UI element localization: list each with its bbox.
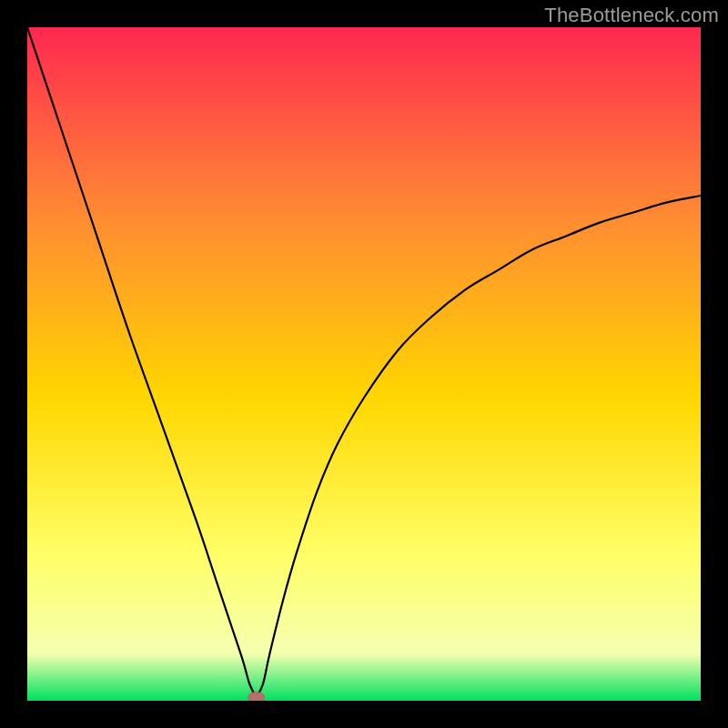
gradient-background (27, 27, 701, 701)
watermark-label: TheBottleneck.com (544, 4, 719, 27)
optimal-marker (248, 692, 265, 701)
chart-frame: TheBottleneck.com (0, 0, 728, 728)
bottleneck-plot (27, 27, 701, 701)
